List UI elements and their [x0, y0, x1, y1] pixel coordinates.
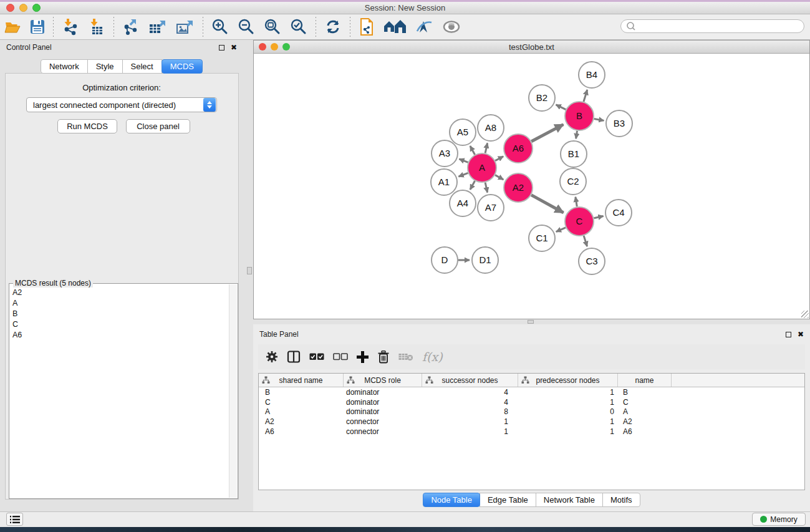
graph-edge-A2-C[interactable]	[531, 195, 564, 213]
result-scrollbar[interactable]	[229, 284, 237, 498]
graph-edge-A-A4[interactable]	[470, 181, 475, 190]
resize-grip-icon[interactable]	[801, 311, 809, 318]
refresh-button[interactable]	[320, 16, 346, 37]
graph-edge-A-A8[interactable]	[485, 143, 488, 153]
network-window-titlebar[interactable]: testGlobe.txt	[254, 41, 809, 54]
zoom-fit-button[interactable]	[259, 16, 286, 37]
task-history-button[interactable]	[6, 513, 23, 526]
columns-button[interactable]	[287, 351, 301, 363]
graph-node-A4[interactable]: A4	[450, 190, 476, 216]
graph-node-C2[interactable]: C2	[560, 168, 586, 195]
table-tab-node-table[interactable]: Node Table	[423, 493, 480, 507]
graph-edge-C-C1[interactable]	[556, 228, 566, 232]
tab-select[interactable]: Select	[122, 59, 162, 74]
function-builder-button[interactable]: f(x)	[422, 350, 443, 364]
table-row[interactable]: Bdominator41B	[259, 387, 804, 397]
graph-edge-B-B1[interactable]	[576, 131, 577, 139]
tab-style[interactable]: Style	[87, 59, 123, 74]
memory-button[interactable]: Memory	[752, 513, 806, 526]
split-handle[interactable]	[247, 267, 252, 274]
export-table-button[interactable]	[144, 16, 171, 37]
add-column-button[interactable]	[357, 351, 369, 363]
split-handle[interactable]	[528, 320, 534, 324]
float-panel-icon[interactable]	[219, 45, 224, 51]
table-tab-edge-table[interactable]: Edge Table	[480, 493, 536, 507]
graph-edge-C-C4[interactable]	[594, 216, 603, 218]
table-row[interactable]: A6connector11A6	[259, 427, 804, 437]
graph-edge-A-A2[interactable]	[495, 175, 503, 180]
graph-node-A8[interactable]: A8	[478, 115, 504, 141]
deselect-all-columns-button[interactable]	[333, 353, 348, 360]
float-table-panel-icon[interactable]	[786, 332, 791, 337]
mcds-result-item[interactable]: A6	[10, 329, 229, 340]
graph-edge-A-A6[interactable]	[495, 157, 503, 161]
table-row[interactable]: Cdominator41C	[259, 397, 804, 407]
import-table-button[interactable]	[84, 16, 110, 37]
save-session-button[interactable]	[26, 16, 49, 37]
graph-node-A2[interactable]: A2	[504, 173, 533, 202]
close-table-panel-icon[interactable]: ✖	[798, 330, 804, 339]
graph-node-D[interactable]: D	[432, 247, 458, 273]
mcds-result-item[interactable]: A	[10, 297, 229, 308]
column-header-predecessor-nodes[interactable]: predecessor nodes	[518, 374, 618, 387]
tab-mcds[interactable]: MCDS	[162, 59, 203, 74]
close-panel-icon[interactable]: ✖	[231, 43, 237, 52]
table-row[interactable]: A2connector11A2	[259, 417, 804, 427]
export-network-button[interactable]	[118, 16, 144, 37]
clone-network-button[interactable]	[354, 16, 379, 37]
column-header-successor-nodes[interactable]: successor nodes	[422, 374, 518, 387]
graph-node-C3[interactable]: C3	[579, 248, 605, 274]
graph-node-A5[interactable]: A5	[450, 119, 476, 145]
open-file-button[interactable]	[0, 16, 26, 37]
table-tab-motifs[interactable]: Motifs	[602, 493, 640, 507]
graph-node-B2[interactable]: B2	[529, 85, 555, 111]
column-header-name[interactable]: name	[618, 374, 672, 387]
table-tab-network-table[interactable]: Network Table	[536, 493, 603, 507]
graph-node-B3[interactable]: B3	[606, 110, 632, 137]
graph-node-A6[interactable]: A6	[504, 134, 533, 163]
column-header-mcds-role[interactable]: MCDS role	[344, 374, 422, 387]
search-box[interactable]	[620, 19, 804, 33]
graph-edge-C-C2[interactable]	[576, 197, 577, 207]
run-mcds-button[interactable]: Run MCDS	[57, 119, 117, 133]
graph-edge-A-A7[interactable]	[485, 182, 488, 192]
graph-node-A7[interactable]: A7	[478, 195, 504, 221]
criterion-select[interactable]: largest connected component (directed)	[26, 97, 217, 112]
table-row[interactable]: Adominator80A	[259, 407, 804, 417]
import-network-button[interactable]	[57, 16, 84, 37]
select-all-columns-button[interactable]	[309, 353, 324, 360]
graph-node-A1[interactable]: A1	[431, 169, 457, 195]
hide-annotations-button[interactable]	[410, 16, 438, 37]
delete-column-button[interactable]	[377, 351, 390, 364]
graph-edge-A6-B[interactable]	[531, 125, 563, 142]
graph-node-A3[interactable]: A3	[432, 140, 458, 167]
network-canvas-svg[interactable]: AA1A2A3A4A5A6A7A8BB1B2B3B4CC1C2C3C4DD1	[254, 54, 809, 319]
column-header-shared-name[interactable]: shared name	[259, 374, 344, 387]
graph-node-C[interactable]: C	[565, 207, 594, 236]
graph-node-C4[interactable]: C4	[605, 200, 632, 226]
mcds-result-item[interactable]: A2	[10, 287, 229, 297]
graph-edge-A-A1[interactable]	[458, 173, 468, 177]
graph-node-B[interactable]: B	[565, 102, 594, 130]
zoom-selected-button[interactable]	[286, 16, 312, 37]
search-input[interactable]	[638, 21, 804, 32]
delete-table-button[interactable]	[398, 352, 413, 361]
graph-node-D1[interactable]: D1	[472, 247, 498, 273]
graph-edge-B-B3[interactable]	[594, 118, 604, 120]
graph-node-A[interactable]: A	[468, 153, 496, 182]
graph-edge-A-A3[interactable]	[459, 159, 468, 162]
graph-edge-B-B4[interactable]	[584, 90, 587, 102]
graph-node-B4[interactable]: B4	[579, 62, 605, 88]
graph-node-B1[interactable]: B1	[561, 141, 587, 167]
graph-edge-B-B2[interactable]	[556, 105, 566, 110]
graph-node-C1[interactable]: C1	[529, 225, 555, 251]
close-panel-button[interactable]: Close panel	[126, 119, 190, 133]
tab-network[interactable]: Network	[41, 59, 88, 74]
mcds-result-item[interactable]: C	[10, 319, 229, 329]
export-image-button[interactable]	[171, 16, 199, 37]
gear-button[interactable]	[266, 351, 278, 363]
show-graphics-button[interactable]	[438, 16, 465, 37]
graph-edge-C-C3[interactable]	[584, 236, 587, 246]
mcds-result-item[interactable]: B	[10, 308, 229, 319]
home-pages-button[interactable]	[379, 16, 410, 37]
